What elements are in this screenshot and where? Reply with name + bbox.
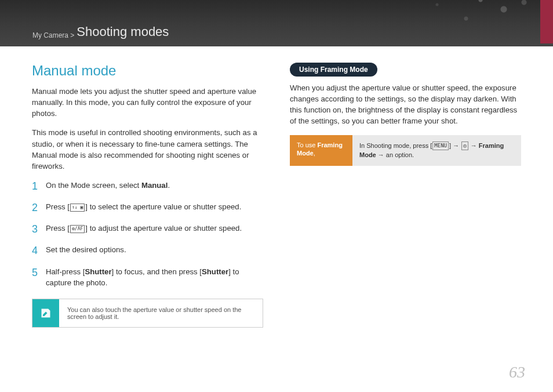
header-side-tab — [540, 0, 553, 43]
framing-mode-para: When you adjust the aperture value or sh… — [290, 82, 521, 127]
action-body: In Shooting mode, press [MENU] → ◎ → Fra… — [352, 135, 521, 166]
timer-af-icon: ⚙/AF — [70, 225, 85, 233]
step-item: Press [↑↓ ▣] to select the aperture valu… — [32, 201, 263, 212]
breadcrumb-main: Shooting modes — [77, 24, 169, 39]
page-header: My Camera > Shooting modes — [0, 0, 553, 46]
step-item: Press [⚙/AF] to adjust the aperture valu… — [32, 223, 263, 234]
tip-callout: You can also touch the aperture value or… — [32, 299, 263, 328]
action-label: To use Framing Mode, — [290, 135, 352, 166]
action-row: To use Framing Mode, In Shooting mode, p… — [290, 135, 521, 166]
camera-icon: ◎ — [461, 141, 468, 151]
left-column: Manual mode Manual mode lets you adjust … — [32, 63, 279, 328]
section-title: Manual mode — [32, 63, 263, 79]
subsection-pill: Using Framing Mode — [290, 63, 377, 77]
menu-icon: MENU — [432, 141, 449, 151]
note-icon — [32, 299, 59, 327]
breadcrumb-prefix: My Camera > — [32, 31, 74, 39]
intro-para-2: This mode is useful in controlled shooti… — [32, 127, 263, 172]
step-item: Half-press [Shutter] to focus, and then … — [32, 266, 263, 288]
right-column: Using Framing Mode When you adjust the a… — [279, 63, 521, 328]
step-item: On the Mode screen, select Manual. — [32, 180, 263, 191]
page-number: 63 — [509, 363, 525, 382]
step-list: On the Mode screen, select Manual. Press… — [32, 180, 263, 288]
content-area: Manual mode Manual mode lets you adjust … — [0, 46, 553, 328]
dpad-icon: ↑↓ ▣ — [70, 204, 85, 212]
intro-para-1: Manual mode lets you adjust the shutter … — [32, 86, 263, 119]
step-item: Set the desired options. — [32, 244, 263, 255]
tip-text: You can also touch the aperture value or… — [59, 299, 263, 327]
